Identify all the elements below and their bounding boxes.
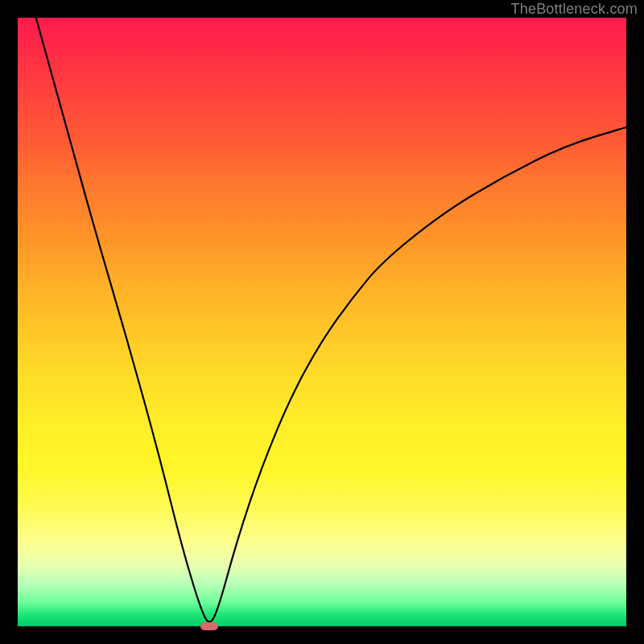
chart-frame: TheBottleneck.com <box>0 0 644 644</box>
watermark-text: TheBottleneck.com <box>511 0 638 18</box>
curve-svg <box>18 18 626 626</box>
minimum-marker <box>200 622 218 630</box>
bottleneck-curve <box>36 18 626 621</box>
plot-area <box>18 18 626 626</box>
